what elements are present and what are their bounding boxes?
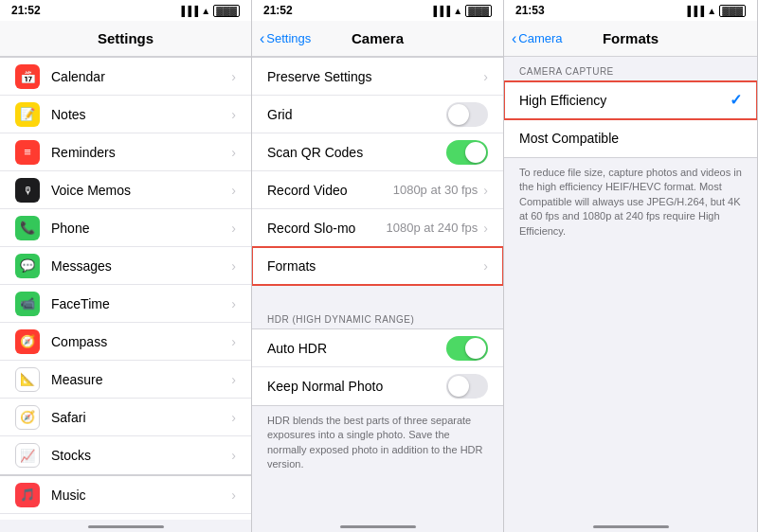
back-label-camera: Settings [266, 31, 311, 45]
record-video-item[interactable]: Record Video 1080p at 30 fps › [252, 171, 503, 209]
back-label-formats: Camera [518, 31, 562, 45]
safari-label: Safari [51, 410, 231, 425]
auto-hdr-label: Auto HDR [267, 341, 446, 356]
facetime-icon: 📹 [15, 292, 40, 316]
hdr-group: Auto HDR Keep Normal Photo [252, 328, 503, 406]
grid-item[interactable]: Grid [252, 96, 503, 133]
status-bar-1: 21:52 ▐▐▐ ▲ ▓▓▓ [0, 0, 251, 21]
chevron-stocks: › [231, 448, 236, 463]
scan-qr-toggle-thumb [465, 142, 486, 163]
settings-item-phone[interactable]: 📞 Phone › [0, 209, 251, 247]
settings-item-compass[interactable]: 🧭 Compass › [0, 323, 251, 361]
preserve-settings-item[interactable]: Preserve Settings › [252, 58, 503, 96]
formats-list[interactable]: CAMERA CAPTURE High Efficiency ✓ Most Co… [504, 57, 757, 520]
record-video-value: 1080p at 30 fps [393, 183, 478, 197]
hdr-section-header: HDR (High Dynamic Range) [252, 305, 503, 328]
calendar-label: Calendar [51, 69, 231, 84]
home-indicator-2 [252, 520, 503, 532]
chevron-record-slo-mo: › [483, 221, 488, 236]
music-label: Music [51, 488, 231, 503]
wifi-icon-3: ▲ [707, 6, 716, 16]
auto-hdr-toggle[interactable] [446, 336, 488, 361]
status-icons-1: ▐▐▐ ▲ ▓▓▓ [178, 5, 240, 17]
hdr-description: HDR blends the best parts of three separ… [252, 406, 503, 480]
settings-item-calendar[interactable]: 📅 Calendar › [0, 58, 251, 96]
battery-icon-2: ▓▓▓ [465, 5, 492, 17]
back-chevron-camera: ‹ [260, 30, 264, 47]
settings-item-voice-memos[interactable]: 🎙 Voice Memos › [0, 171, 251, 209]
record-slo-mo-value: 1080p at 240 fps [386, 221, 478, 235]
camera-settings-list[interactable]: Preserve Settings › Grid Scan QR Codes R… [252, 57, 503, 520]
voice-memos-label: Voice Memos [51, 183, 231, 198]
settings-item-facetime[interactable]: 📹 FaceTime › [0, 285, 251, 323]
scan-qr-toggle[interactable] [446, 140, 488, 165]
record-slo-mo-item[interactable]: Record Slo-mo 1080p at 240 fps › [252, 209, 503, 247]
scan-qr-item[interactable]: Scan QR Codes [252, 133, 503, 171]
most-compatible-label: Most Compatible [519, 131, 742, 146]
compass-label: Compass [51, 334, 231, 349]
formats-item[interactable]: Formats › [252, 247, 503, 285]
compass-icon: 🧭 [15, 329, 40, 354]
record-video-label: Record Video [267, 183, 393, 198]
time-1: 21:52 [11, 4, 41, 17]
status-icons-3: ▐▐▐ ▲ ▓▓▓ [684, 5, 746, 17]
phone-icon: 📞 [15, 216, 40, 240]
settings-list[interactable]: 📅 Calendar › 📝 Notes › ≡ Reminders › 🎙 V… [0, 57, 251, 520]
music-icon: 🎵 [15, 483, 40, 507]
chevron-safari: › [231, 410, 236, 425]
auto-hdr-item[interactable]: Auto HDR [252, 329, 503, 367]
back-chevron-formats: ‹ [512, 30, 516, 47]
high-efficiency-item[interactable]: High Efficiency ✓ [504, 81, 757, 119]
settings-title: Settings [98, 30, 153, 46]
back-button-formats[interactable]: ‹ Camera [512, 30, 563, 47]
status-bar-2: 21:52 ▐▐▐ ▲ ▓▓▓ [252, 0, 503, 21]
chevron-preserve: › [483, 69, 488, 84]
camera-capture-header: CAMERA CAPTURE [504, 57, 757, 80]
chevron-notes: › [231, 107, 236, 122]
settings-item-safari[interactable]: 🧭 Safari › [0, 399, 251, 436]
formats-label: Formats [267, 258, 483, 274]
home-indicator-1 [0, 520, 251, 532]
chevron-record-video: › [483, 183, 488, 198]
camera-nav-title: Camera [352, 30, 404, 46]
keep-normal-toggle[interactable] [446, 374, 488, 399]
settings-item-messages[interactable]: 💬 Messages › [0, 247, 251, 285]
nav-bar-formats: ‹ Camera Formats [504, 21, 757, 57]
measure-icon: 📐 [15, 367, 40, 392]
signal-icon: ▐▐▐ [178, 6, 198, 16]
home-bar-3 [593, 525, 669, 528]
signal-icon-3: ▐▐▐ [684, 6, 704, 16]
nav-bar-camera: ‹ Settings Camera [252, 21, 503, 57]
grid-toggle-thumb [448, 104, 469, 125]
settings-group-media: 🎵 Music › Photos › 📷 Camera › 🎮 Game Cen… [0, 475, 251, 520]
settings-item-music[interactable]: 🎵 Music › [0, 476, 251, 514]
chevron-measure: › [231, 372, 236, 387]
reminders-icon: ≡ [15, 140, 40, 165]
formats-description: To reduce file size, capture photos and … [504, 158, 757, 246]
settings-item-reminders[interactable]: ≡ Reminders › [0, 133, 251, 171]
formats-nav-title: Formats [603, 30, 659, 46]
keep-normal-label: Keep Normal Photo [267, 379, 446, 394]
settings-item-stocks[interactable]: 📈 Stocks › [0, 436, 251, 474]
settings-item-photos[interactable]: Photos › [0, 514, 251, 520]
grid-toggle[interactable] [446, 102, 488, 127]
facetime-label: FaceTime [51, 296, 231, 311]
settings-item-notes[interactable]: 📝 Notes › [0, 96, 251, 133]
chevron-facetime: › [231, 296, 236, 311]
most-compatible-item[interactable]: Most Compatible [504, 119, 757, 157]
status-icons-2: ▐▐▐ ▲ ▓▓▓ [430, 5, 492, 17]
settings-panel: 21:52 ▐▐▐ ▲ ▓▓▓ Settings 📅 Calendar › 📝 … [0, 0, 252, 532]
voice-memos-icon: 🎙 [15, 178, 40, 203]
battery-icon: ▓▓▓ [213, 5, 240, 17]
settings-group-apps: 📅 Calendar › 📝 Notes › ≡ Reminders › 🎙 V… [0, 57, 251, 475]
phone-label: Phone [51, 221, 231, 236]
keep-normal-toggle-thumb [448, 376, 469, 397]
preserve-settings-label: Preserve Settings [267, 69, 483, 84]
back-button-camera[interactable]: ‹ Settings [260, 30, 311, 47]
auto-hdr-toggle-thumb [465, 338, 486, 359]
signal-icon-2: ▐▐▐ [430, 6, 450, 16]
settings-item-measure[interactable]: 📐 Measure › [0, 361, 251, 399]
time-3: 21:53 [515, 4, 545, 17]
measure-label: Measure [51, 372, 231, 387]
keep-normal-item[interactable]: Keep Normal Photo [252, 367, 503, 405]
